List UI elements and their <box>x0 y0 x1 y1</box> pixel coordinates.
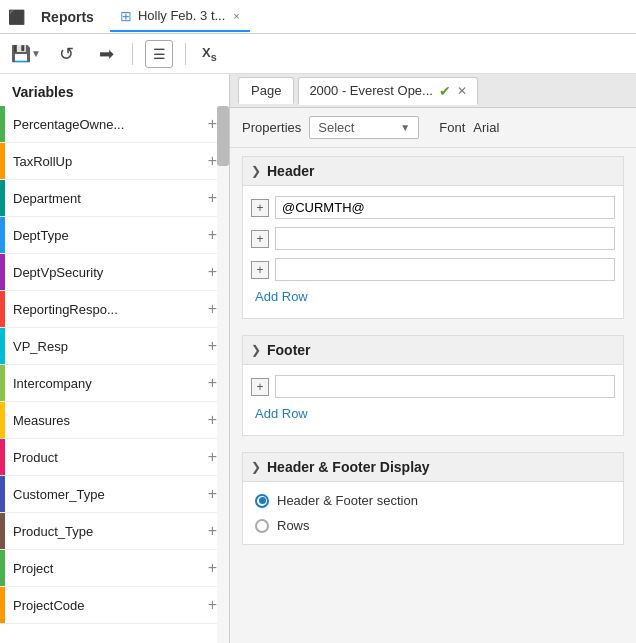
header-row-2-input[interactable] <box>275 227 615 250</box>
footer-section-toggle[interactable]: ❯ Footer <box>243 336 623 365</box>
variable-color-bar <box>0 328 5 364</box>
header-row-2-add-btn[interactable]: + <box>251 230 269 248</box>
variable-name: Customer_Type <box>13 487 204 502</box>
save-button[interactable]: 💾 ▼ <box>12 40 40 68</box>
hf-display-section: ❯ Header & Footer Display Header & Foote… <box>242 452 624 545</box>
right-panel: Page 2000 - Everest Ope... ✔ ✕ Propertie… <box>230 74 636 643</box>
font-label: Font <box>439 120 465 135</box>
variable-item: Product+ <box>0 439 229 476</box>
properties-row: Properties Select ▼ Font Arial <box>230 108 636 148</box>
hf-display-toggle[interactable]: ❯ Header & Footer Display <box>243 453 623 482</box>
font-value: Arial <box>473 120 499 135</box>
hf-radio-label-1: Header & Footer section <box>277 493 418 508</box>
header-row-3: + <box>243 254 623 285</box>
variable-name: ProjectCode <box>13 598 204 613</box>
properties-select[interactable]: Select ▼ <box>309 116 419 139</box>
variable-color-bar <box>0 254 5 290</box>
tab-report-close-button[interactable]: ✕ <box>457 84 467 98</box>
header-section-toggle[interactable]: ❯ Header <box>243 157 623 186</box>
left-panel: Variables PercentageOwne...+TaxRollUp+De… <box>0 74 230 643</box>
variable-color-bar <box>0 550 5 586</box>
variable-name: DeptVpSecurity <box>13 265 204 280</box>
variable-name: VP_Resp <box>13 339 204 354</box>
refresh-icon: ↺ <box>59 43 74 65</box>
export-icon: ➡ <box>99 43 114 65</box>
variable-item: Department+ <box>0 180 229 217</box>
header-row-1-input[interactable] <box>275 196 615 219</box>
variable-color-bar <box>0 439 5 475</box>
variable-item: ReportingRespo...+ <box>0 291 229 328</box>
view-button[interactable]: ☰ <box>145 40 173 68</box>
hf-display-body: Header & Footer section Rows <box>243 482 623 544</box>
save-dropdown-arrow[interactable]: ▼ <box>31 48 41 59</box>
header-section: ❯ Header + + + Add Row <box>242 156 624 319</box>
app-title: Reports <box>41 9 94 25</box>
hf-radio-label-2: Rows <box>277 518 310 533</box>
tab-report[interactable]: 2000 - Everest Ope... ✔ ✕ <box>298 77 478 105</box>
select-dropdown-arrow: ▼ <box>400 122 410 133</box>
variable-item: ProjectCode+ <box>0 587 229 624</box>
save-icon: 💾 <box>11 44 31 63</box>
footer-section-title: Footer <box>267 342 311 358</box>
variable-item: TaxRollUp+ <box>0 143 229 180</box>
variable-name: Product_Type <box>13 524 204 539</box>
variable-item: Measures+ <box>0 402 229 439</box>
footer-row-1: + <box>243 371 623 402</box>
refresh-button[interactable]: ↺ <box>52 40 80 68</box>
header-row-1-add-btn[interactable]: + <box>251 199 269 217</box>
header-add-row-link[interactable]: Add Row <box>243 285 623 312</box>
header-row-3-add-btn[interactable]: + <box>251 261 269 279</box>
variable-name: TaxRollUp <box>13 154 204 169</box>
header-row-3-input[interactable] <box>275 258 615 281</box>
footer-section-body: + Add Row <box>243 365 623 435</box>
variable-item: Intercompany+ <box>0 365 229 402</box>
variable-name: Intercompany <box>13 376 204 391</box>
export-button[interactable]: ➡ <box>92 40 120 68</box>
tab-check-icon: ✔ <box>439 83 451 99</box>
variable-color-bar <box>0 180 5 216</box>
view-icon: ☰ <box>153 46 166 62</box>
footer-row-1-add-btn[interactable]: + <box>251 378 269 396</box>
variable-item: DeptType+ <box>0 217 229 254</box>
variable-color-bar <box>0 143 5 179</box>
footer-row-1-input[interactable] <box>275 375 615 398</box>
properties-select-value: Select <box>318 120 396 135</box>
variable-item: Customer_Type+ <box>0 476 229 513</box>
hf-radio-btn-2[interactable] <box>255 519 269 533</box>
variable-item: PercentageOwne...+ <box>0 106 229 143</box>
variable-color-bar <box>0 106 5 142</box>
header-row-2: + <box>243 223 623 254</box>
variable-color-bar <box>0 476 5 512</box>
scrollbar-thumb[interactable] <box>217 106 229 166</box>
title-bar: ⬛ Reports ⊞ Holly Feb. 3 t... × <box>0 0 636 34</box>
toolbar: 💾 ▼ ↺ ➡ ☰ Xs <box>0 34 636 74</box>
variable-name: PercentageOwne... <box>13 117 204 132</box>
variables-list: PercentageOwne...+TaxRollUp+Department+D… <box>0 106 229 643</box>
scrollbar-track[interactable] <box>217 106 229 643</box>
hf-radio-btn-1[interactable] <box>255 494 269 508</box>
variable-name: Department <box>13 191 204 206</box>
subscript-button[interactable]: Xs <box>198 40 221 68</box>
tab-page[interactable]: Page <box>238 77 294 104</box>
tab-page-label: Page <box>251 83 281 98</box>
variable-item: DeptVpSecurity+ <box>0 254 229 291</box>
variable-color-bar <box>0 217 5 253</box>
main-layout: Variables PercentageOwne...+TaxRollUp+De… <box>0 74 636 643</box>
variable-color-bar <box>0 291 5 327</box>
page-tabs: Page 2000 - Everest Ope... ✔ ✕ <box>230 74 636 108</box>
subscript-label: Xs <box>202 45 217 63</box>
variables-header: Variables <box>0 74 229 106</box>
footer-add-row-link[interactable]: Add Row <box>243 402 623 429</box>
variable-name: Measures <box>13 413 204 428</box>
variable-name: DeptType <box>13 228 204 243</box>
header-row-1: + <box>243 192 623 223</box>
tab-close-button[interactable]: × <box>233 10 239 22</box>
variable-color-bar <box>0 365 5 401</box>
variable-color-bar <box>0 513 5 549</box>
toolbar-separator-2 <box>185 43 186 65</box>
tab-report-label: 2000 - Everest Ope... <box>309 83 433 98</box>
main-tab[interactable]: ⊞ Holly Feb. 3 t... × <box>110 2 250 32</box>
app-icon: ⬛ <box>8 9 25 25</box>
header-chevron-icon: ❯ <box>251 164 261 178</box>
tab-title: Holly Feb. 3 t... <box>138 8 225 23</box>
